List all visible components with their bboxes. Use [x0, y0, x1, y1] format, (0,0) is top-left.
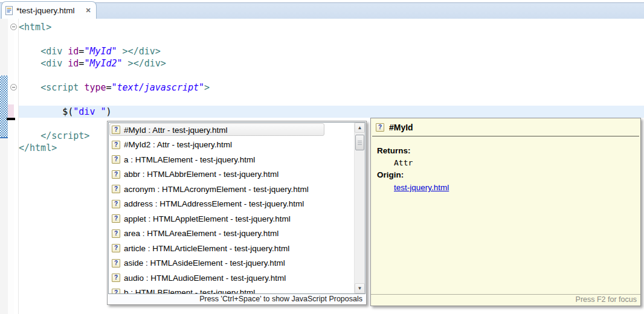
code-line[interactable] — [19, 94, 644, 106]
code-token: </script> — [40, 130, 89, 141]
code-line[interactable]: <div id="MyId2" ></div> — [19, 57, 644, 69]
javascript-proposal-icon: ? — [112, 244, 120, 252]
code-token: = — [106, 82, 112, 93]
code-token: </html> — [19, 143, 57, 153]
proposal-item[interactable]: ?abbr : HTMLAbbrElement - test-jquery.ht… — [109, 167, 355, 182]
doc-footer-text: Press F2 for focus — [371, 294, 640, 306]
proposal-label: a : HTMLAElement - test-jquery.html — [124, 155, 255, 164]
origin-link[interactable]: test-jquery.html — [394, 183, 449, 192]
eclipse-editor-window: *test-jquery.html ✕ <html> <div id="MyId… — [0, 0, 644, 314]
proposal-scrollbar[interactable]: ▲ ▼ — [354, 123, 365, 293]
changed-lines-marker — [8, 104, 14, 118]
proposal-item[interactable]: ?applet : HTMLAppletElement - test-jquer… — [109, 211, 355, 226]
proposal-label: #MyId2 : Attr - test-jquery.html — [124, 140, 232, 149]
javascript-proposal-icon: ? — [112, 185, 120, 193]
code-token: "MyId2" — [84, 58, 122, 69]
code-token: id — [68, 46, 79, 57]
scrollbar-thumb[interactable] — [355, 135, 364, 150]
returns-value: Attr — [377, 157, 640, 169]
proposal-label: article : HTMLArticleElement - test-jque… — [124, 244, 289, 253]
javascript-proposal-icon: ? — [112, 229, 120, 238]
jsdoc-question-icon: ? — [376, 123, 384, 132]
proposal-label: audio : HTMLAudioElement - test-jquery.h… — [124, 274, 286, 283]
code-line[interactable] — [19, 33, 644, 45]
code-token: id — [68, 58, 79, 69]
code-token: <script — [40, 82, 84, 93]
code-token: "div " — [73, 106, 106, 117]
quick-diff-ruler[interactable] — [8, 19, 14, 314]
proposal-item[interactable]: ?article : HTMLArticleElement - test-jqu… — [109, 241, 355, 256]
code-line[interactable]: $("div ") — [19, 106, 644, 118]
proposal-item[interactable]: ?b : HTMLBElement - test-jquery.html — [109, 286, 355, 294]
doc-body: Returns: Attr Origin: test-jquery.html — [371, 136, 640, 194]
code-line[interactable] — [19, 69, 644, 82]
javascript-proposal-icon: ? — [112, 214, 120, 223]
proposal-label: b : HTMLBElement - test-jquery.html — [124, 288, 255, 293]
proposal-item[interactable]: ?acronym : HTMLAcronymElement - test-jqu… — [109, 182, 355, 197]
tab-close-icon[interactable]: ✕ — [84, 6, 92, 14]
code-token: > — [204, 82, 210, 93]
proposal-rows[interactable]: ?#MyId : Attr - test-jquery.html?#MyId2 … — [109, 123, 355, 293]
code-line[interactable]: <html> — [19, 21, 644, 33]
scroll-up-icon[interactable]: ▲ — [355, 123, 365, 133]
code-line[interactable]: <div id="MyId" ></div> — [19, 45, 644, 57]
range-indicator-end — [0, 137, 8, 138]
proposal-list[interactable]: ?#MyId : Attr - test-jquery.html?#MyId2 … — [108, 122, 365, 294]
javascript-proposal-icon: ? — [112, 274, 120, 282]
code-line[interactable]: <script type="text/javascript"> — [19, 82, 644, 94]
proposal-item[interactable]: ?area : HTMLAreaElement - test-jquery.ht… — [109, 226, 355, 242]
folding-ruler[interactable] — [14, 19, 19, 314]
javascript-proposal-icon: ? — [112, 141, 120, 149]
code-token: ></div> — [123, 58, 166, 69]
doc-hover-popup: ? #MyId Returns: Attr Origin: test-jquer… — [370, 118, 641, 306]
code-token: ) — [106, 106, 112, 117]
fold-collapse-icon[interactable] — [10, 84, 17, 91]
proposal-label: area : HTMLAreaElement - test-jquery.htm… — [124, 229, 279, 238]
returns-label: Returns: — [377, 145, 640, 157]
proposal-item[interactable]: ?address : HTMLAddressElement - test-jqu… — [109, 197, 355, 212]
code-token: "text/javascript" — [112, 82, 205, 93]
javascript-proposal-icon: ? — [112, 200, 120, 208]
javascript-proposal-icon: ? — [112, 289, 120, 293]
range-indicator — [0, 75, 8, 137]
proposal-label: acronym : HTMLAcronymElement - test-jque… — [124, 185, 309, 194]
proposal-status-text: Press 'Ctrl+Space' to show JavaScript Pr… — [108, 294, 365, 304]
code-token: ></div> — [117, 46, 161, 57]
javascript-proposal-icon: ? — [112, 170, 120, 179]
fold-collapse-icon[interactable] — [10, 24, 17, 30]
proposal-item[interactable]: ?audio : HTMLAudioElement - test-jquery.… — [109, 271, 355, 286]
html-file-icon — [5, 6, 13, 15]
proposal-item[interactable]: ?a : HTMLAElement - test-jquery.html — [109, 152, 355, 167]
code-token: <div — [40, 58, 68, 69]
code-token: "MyId" — [84, 46, 117, 57]
proposal-label: address : HTMLAddressElement - test-jque… — [124, 199, 304, 208]
doc-title: #MyId — [389, 123, 413, 132]
proposal-item[interactable]: ?#MyId : Attr - test-jquery.html — [109, 123, 355, 138]
javascript-proposal-icon: ? — [112, 259, 120, 268]
proposal-label: abbr : HTMLAbbrElement - test-jquery.htm… — [124, 170, 279, 179]
proposal-label: #MyId : Attr - test-jquery.html — [124, 126, 228, 135]
proposal-item[interactable]: ?#MyId2 : Attr - test-jquery.html — [109, 138, 355, 153]
content-assist-popup: ?#MyId : Attr - test-jquery.html?#MyId2 … — [107, 121, 367, 305]
origin-label: Origin: — [377, 169, 640, 181]
scroll-down-icon[interactable]: ▼ — [355, 283, 365, 293]
annotation-ruler[interactable] — [0, 19, 8, 314]
javascript-proposal-icon: ? — [112, 126, 120, 134]
code-token: <html> — [19, 22, 51, 33]
code-token: type — [84, 82, 106, 93]
proposal-label: applet : HTMLAppletElement - test-jquery… — [124, 214, 291, 223]
proposal-item[interactable]: ?aside : HTMLAsideElement - test-jquery.… — [109, 256, 355, 271]
doc-header: ? #MyId — [371, 118, 640, 136]
code-token: <div — [40, 46, 68, 57]
tab-title: *test-jquery.html — [16, 6, 75, 15]
proposal-label: aside : HTMLAsideElement - test-jquery.h… — [124, 258, 285, 268]
code-token: $( — [62, 106, 73, 117]
javascript-proposal-icon: ? — [112, 155, 120, 164]
editor-tab-bar: *test-jquery.html ✕ — [0, 0, 644, 19]
editor-tab-test-jquery[interactable]: *test-jquery.html ✕ — [1, 1, 97, 19]
